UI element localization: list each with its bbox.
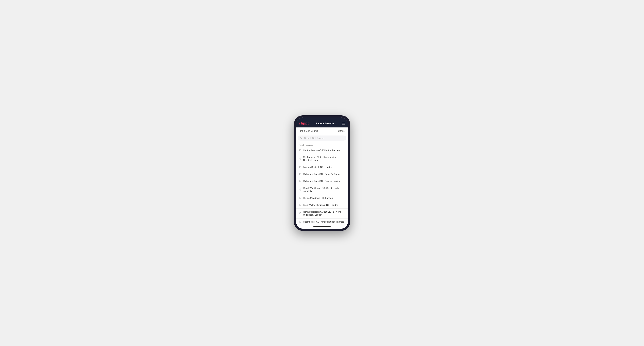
- course-name-label: Royal Wimbledon GC, Great London Authori…: [303, 187, 345, 193]
- svg-point-5: [300, 173, 300, 174]
- course-name-label: Roehampton Club - Roehampton, Greater Lo…: [303, 156, 345, 162]
- svg-point-11: [300, 221, 300, 222]
- course-list-item[interactable]: North Middlesex GC (1011942 - North Midd…: [296, 209, 348, 218]
- nav-bar: clippd Recent Searches: [296, 120, 348, 128]
- course-name-label: Coombe Hill GC, Kingston upon Thames: [303, 220, 344, 223]
- search-icon: [300, 137, 303, 139]
- course-list-item[interactable]: Roehampton Club - Roehampton, Greater Lo…: [296, 154, 348, 164]
- home-indicator: [313, 226, 331, 227]
- svg-point-9: [300, 204, 300, 205]
- phone-frame: clippd Recent Searches Find a Golf Cours…: [294, 115, 350, 231]
- search-input-box: [298, 136, 346, 141]
- cancel-button[interactable]: Cancel: [338, 130, 345, 132]
- course-list-item[interactable]: Richmond Park GC - Duke's, London: [296, 178, 348, 185]
- nav-title: Recent Searches: [316, 122, 336, 125]
- search-input[interactable]: [304, 137, 344, 139]
- course-name-label: Dukes Meadows GC, London: [303, 197, 333, 200]
- course-list: Central London Golf Centre, London Roeha…: [296, 147, 348, 224]
- location-pin-icon: [299, 197, 301, 199]
- location-pin-icon: [299, 188, 301, 191]
- location-pin-icon: [299, 166, 301, 169]
- svg-point-8: [300, 197, 300, 198]
- course-list-item[interactable]: Royal Wimbledon GC, Great London Authori…: [296, 185, 348, 195]
- location-pin-icon: [299, 173, 301, 175]
- location-pin-icon: [299, 149, 301, 152]
- svg-point-10: [300, 213, 300, 213]
- svg-line-1: [302, 139, 303, 139]
- course-list-item[interactable]: Coombe Hill GC, Kingston upon Thames: [296, 218, 348, 224]
- home-bar: [296, 224, 348, 229]
- svg-point-2: [300, 150, 300, 150]
- status-bar: [296, 118, 348, 120]
- course-list-item[interactable]: Dukes Meadows GC, London: [296, 195, 348, 202]
- course-list-item[interactable]: Richmond Park GC - Prince's, Surrey: [296, 171, 348, 178]
- menu-icon[interactable]: [342, 122, 345, 125]
- course-name-label: North Middlesex GC (1011942 - North Midd…: [303, 210, 345, 216]
- course-name-label: London Scottish GC, London: [303, 166, 332, 169]
- find-course-label: Find a Golf Course: [299, 130, 318, 132]
- course-list-item[interactable]: Central London Golf Centre, London: [296, 147, 348, 154]
- location-pin-icon: [299, 180, 301, 182]
- location-pin-icon: [299, 204, 301, 206]
- search-section: Find a Golf Course Cancel Nearby courses: [296, 128, 348, 224]
- course-name-label: Central London Golf Centre, London: [303, 149, 340, 152]
- location-pin-icon: [299, 158, 301, 160]
- course-list-item[interactable]: Brent Valley Municipal GC, London: [296, 202, 348, 209]
- course-list-item[interactable]: London Scottish GC, London: [296, 164, 348, 171]
- course-name-label: Richmond Park GC - Duke's, London: [303, 180, 340, 183]
- location-pin-icon: [299, 221, 301, 223]
- svg-point-7: [300, 189, 300, 190]
- app-logo: clippd: [299, 121, 310, 125]
- svg-point-6: [300, 180, 300, 181]
- svg-point-4: [300, 167, 300, 167]
- phone-screen: clippd Recent Searches Find a Golf Cours…: [296, 118, 348, 229]
- search-input-wrapper: [296, 134, 348, 142]
- svg-point-3: [300, 158, 300, 159]
- course-name-label: Richmond Park GC - Prince's, Surrey: [303, 173, 341, 176]
- find-course-bar: Find a Golf Course Cancel: [296, 128, 348, 134]
- course-name-label: Brent Valley Municipal GC, London: [303, 204, 338, 207]
- nearby-section-label: Nearby courses: [296, 142, 348, 147]
- location-pin-icon: [299, 212, 301, 215]
